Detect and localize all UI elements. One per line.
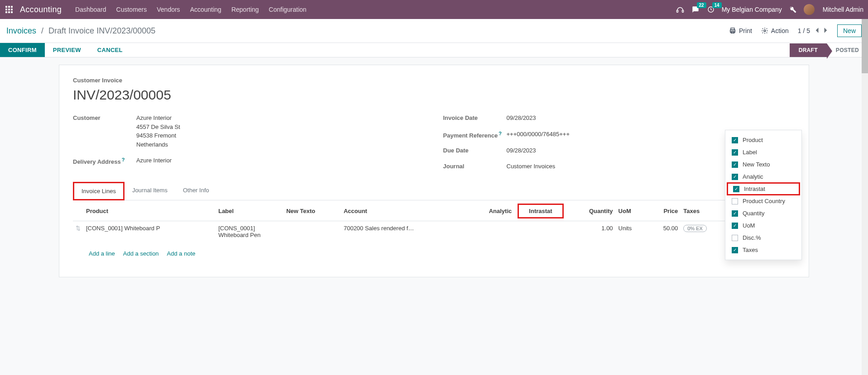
tab-journal-items[interactable]: Journal Items [125,182,175,200]
checkbox-icon[interactable]: ✓ [732,223,738,229]
dropdown-item-label: Taxes [743,247,758,253]
user-avatar[interactable] [804,4,815,15]
help-icon[interactable]: ? [122,157,125,162]
due-label: Due Date [443,146,507,155]
svg-rect-2 [11,6,13,8]
col-price[interactable]: Price [647,201,681,221]
dropdown-item[interactable]: Disc.% [725,232,801,244]
col-label[interactable]: Label [216,201,283,221]
drag-handle-icon[interactable]: ⇅ [76,225,81,232]
optional-columns-dropdown: ✓Product✓Label✓New Texto✓Analytic✓Intras… [725,130,802,260]
col-account[interactable]: Account [341,201,467,221]
status-draft[interactable]: DRAFT [790,43,827,57]
journal-value[interactable]: Customer Invoices [507,162,556,171]
add-section-link[interactable]: Add a section [123,250,159,257]
apps-grid-icon[interactable] [5,5,14,14]
col-analytic[interactable]: Analytic [467,201,514,221]
pager-next-icon[interactable] [824,27,828,35]
customer-addr2: 94538 Fremont [136,131,425,140]
nav-accounting[interactable]: Accounting [190,6,221,13]
col-newtexto[interactable]: New Texto [283,201,341,221]
svg-rect-3 [5,9,7,10]
cell-account[interactable]: 700200 Sales rendered f… [341,221,467,242]
cell-newtexto[interactable] [283,221,341,242]
tab-other-info[interactable]: Other Info [175,182,217,200]
help-icon[interactable]: ? [499,131,502,136]
checkbox-icon[interactable] [732,235,738,241]
due-date[interactable]: 09/28/2023 [507,146,536,155]
add-line-link[interactable]: Add a line [89,250,115,257]
dropdown-item[interactable]: ✓Analytic [725,171,801,183]
cell-product[interactable]: [CONS_0001] Whiteboard P [83,221,216,242]
dropdown-item[interactable]: ✓Label [725,146,801,158]
scrollbar[interactable] [862,19,868,295]
dropdown-item-label: Product Country [743,198,785,204]
table-row[interactable]: ⇅ [CONS_0001] Whiteboard P [CONS_0001] W… [73,221,795,242]
nav-vendors[interactable]: Vendors [157,6,180,13]
customer-addr1: 4557 De Silva St [136,123,425,132]
checkbox-icon[interactable]: ✓ [732,161,738,168]
dropdown-item[interactable]: ✓Quantity [725,207,801,219]
checkbox-icon[interactable]: ✓ [732,174,738,180]
tools-icon[interactable] [788,5,797,14]
add-note-link[interactable]: Add a note [167,250,196,257]
checkbox-icon[interactable]: ✓ [732,137,738,143]
confirm-button[interactable]: CONFIRM [0,43,45,57]
tab-invoice-lines[interactable]: Invoice Lines [73,182,125,200]
dropdown-item[interactable]: ✓New Texto [725,158,801,171]
scroll-thumb[interactable] [862,19,868,73]
checkbox-icon[interactable]: ✓ [732,149,738,156]
cell-price[interactable]: 50.00 [647,221,681,242]
checkbox-icon[interactable]: ✓ [732,210,738,217]
cancel-button[interactable]: CANCEL [89,43,131,57]
cell-analytic[interactable] [467,221,514,242]
cell-label[interactable]: [CONS_0001] Whiteboard Pen [216,221,283,242]
breadcrumb: Invoices / Draft Invoice INV/2023/00005 [6,26,155,36]
app-brand[interactable]: Accounting [20,5,62,14]
checkbox-icon[interactable] [732,198,738,204]
preview-button[interactable]: PREVIEW [45,43,89,57]
breadcrumb-separator: / [41,26,43,35]
col-product[interactable]: Product [83,201,216,221]
dropdown-item[interactable]: ✓Product [725,134,801,146]
dropdown-item-label: Product [743,137,763,143]
invoice-date-label: Invoice Date [443,114,507,123]
dropdown-item[interactable]: ✓UoM [725,219,801,232]
cell-intrastat[interactable] [514,221,566,242]
col-uom[interactable]: UoM [616,201,647,221]
dropdown-item[interactable]: Product Country [725,195,801,207]
form-sheet: Customer Invoice INV/2023/00005 Customer… [59,65,809,277]
cell-qty[interactable]: 1.00 [567,221,616,242]
clock-icon[interactable]: 14 [706,5,715,14]
action-button[interactable]: Action [761,27,789,34]
cell-uom[interactable]: Units [616,221,647,242]
svg-rect-5 [11,9,13,10]
support-icon[interactable] [676,5,685,14]
breadcrumb-root[interactable]: Invoices [6,26,36,35]
cell-taxes[interactable]: 0% EX [681,221,729,242]
new-button[interactable]: New [837,24,862,37]
pager-prev-icon[interactable] [815,27,819,35]
dropdown-item[interactable]: ✓Taxes [725,244,801,256]
nav-configuration[interactable]: Configuration [269,6,307,13]
checkbox-icon[interactable]: ✓ [732,247,738,253]
chat-icon[interactable]: 22 [691,5,700,14]
customer-value[interactable]: Azure Interior 4557 De Silva St 94538 Fr… [136,114,425,149]
form-title: INV/2023/00005 [73,87,795,103]
print-button[interactable]: Print [729,27,752,34]
nav-customers[interactable]: Customers [116,6,147,13]
invoice-date[interactable]: 09/28/2023 [507,114,796,123]
col-quantity[interactable]: Quantity [567,201,616,221]
checkbox-icon[interactable]: ✓ [733,186,739,192]
col-intrastat[interactable]: Intrastat [514,201,566,221]
nav-reporting[interactable]: Reporting [231,6,259,13]
dropdown-item[interactable]: ✓Intrastat [727,182,800,195]
tax-pill: 0% EX [683,225,707,232]
svg-rect-9 [676,10,678,13]
col-taxes[interactable]: Taxes [681,201,729,221]
customer-name: Azure Interior [136,114,425,123]
user-name[interactable]: Mitchell Admin [823,6,863,13]
company-switcher[interactable]: My Belgian Company [722,6,782,13]
delivery-value[interactable]: Azure Interior [136,156,425,165]
nav-dashboard[interactable]: Dashboard [75,6,106,13]
